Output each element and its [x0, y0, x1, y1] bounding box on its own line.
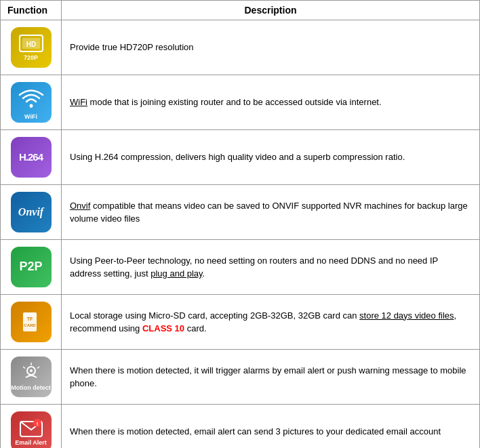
icon-cell: WiFi	[1, 75, 62, 130]
desc-onvif-text: Onvif	[70, 201, 90, 211]
description-cell: Provide true HD720P resolution	[62, 20, 480, 75]
motion-detect-icon: Motion detect	[11, 357, 52, 397]
desc-text-end: .	[203, 268, 205, 279]
desc-text: compatible that means video can be saved…	[70, 201, 468, 224]
features-table: Function Description HD 720P Provide tru…	[0, 0, 480, 448]
email-alert-icon: ! Email Alert	[11, 411, 52, 448]
desc-text: Using Peer-to-Peer technology, no need s…	[70, 256, 438, 279]
table-row: HD 720P Provide true HD720P resolution	[1, 20, 480, 75]
desc-text: mode that is joining existing router and…	[87, 97, 382, 107]
description-cell: When there is motion detected, it will t…	[62, 350, 480, 405]
description-cell: WiFi mode that is joining existing route…	[62, 75, 480, 130]
svg-text:HD: HD	[26, 41, 35, 48]
svg-point-9	[30, 369, 33, 372]
desc-tf-1: Local storage using Micro-SD card, accep…	[70, 310, 359, 321]
table-row: ! Email Alert When there is motion detec…	[1, 405, 480, 449]
p2p-icon: P2P	[11, 247, 52, 287]
icon-cell: TF CARD	[1, 295, 62, 350]
icon-cell: ! Email Alert	[1, 405, 62, 449]
svg-text:CARD: CARD	[24, 323, 36, 327]
description-cell: When there is motion detected, email ale…	[62, 405, 480, 449]
wifi-icon: WiFi	[11, 82, 52, 123]
table-row: H.264 Using H.264 compression, delivers …	[1, 130, 480, 185]
table-row: P2P Using Peer-to-Peer technology, no ne…	[1, 240, 480, 295]
svg-point-3	[29, 104, 33, 108]
icon-cell: Motion detect	[1, 350, 62, 405]
desc-class10: CLASS 10	[142, 323, 184, 333]
desc-text: Provide true HD720P resolution	[70, 42, 194, 52]
svg-text:TF: TF	[26, 317, 33, 321]
svg-text:!: !	[36, 421, 38, 427]
description-cell: Local storage using Micro-SD card, accep…	[62, 295, 480, 350]
description-cell: Using H.264 compression, delivers high q…	[62, 130, 480, 185]
icon-cell: Onvif	[1, 185, 62, 240]
desc-text: When there is motion detected, it will t…	[70, 365, 466, 389]
desc-text: When there is motion detected, email ale…	[70, 426, 441, 436]
table-row: Motion detect When there is motion detec…	[1, 350, 480, 405]
desc-tf-3: card.	[184, 323, 207, 333]
h264-icon: H.264	[11, 137, 52, 178]
desc-wifi-text: WiFi	[70, 97, 87, 107]
table-row: WiFi WiFi mode that is joining existing …	[1, 75, 480, 130]
hd720p-icon: HD 720P	[11, 27, 52, 68]
table-row: TF CARD Local storage using Micro-SD car…	[1, 295, 480, 350]
tf-card-icon: TF CARD	[11, 302, 52, 342]
icon-cell: HD 720P	[1, 20, 62, 75]
description-cell: Using Peer-to-Peer technology, no need s…	[62, 240, 480, 295]
desc-tf-store: store 12 days video files	[359, 310, 454, 321]
svg-line-11	[37, 367, 39, 369]
icon-cell: P2P	[1, 240, 62, 295]
col-function-header: Function	[1, 1, 62, 20]
svg-line-12	[23, 367, 25, 369]
description-cell: Onvif compatible that means video can be…	[62, 185, 480, 240]
table-row: Onvif Onvif compatible that means video …	[1, 185, 480, 240]
icon-cell: H.264	[1, 130, 62, 185]
onvif-icon: Onvif	[11, 192, 52, 232]
desc-text: Using H.264 compression, delivers high q…	[70, 152, 405, 162]
desc-plug-play: plug and play	[151, 268, 202, 279]
col-description-header: Description	[62, 1, 480, 20]
